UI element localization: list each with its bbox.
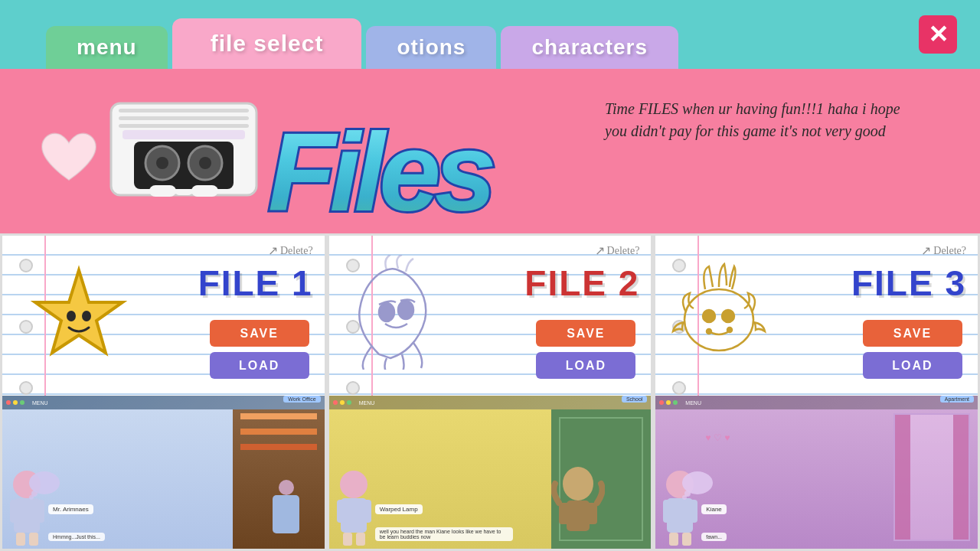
thought-bubble-3 <box>678 469 717 503</box>
thumbnail-3[interactable]: MENU Apartment ♥ ♡ ♥ <box>655 396 978 549</box>
svg-rect-18 <box>10 500 19 523</box>
tab-options[interactable]: otions <box>366 26 496 69</box>
svg-rect-34 <box>362 500 371 523</box>
thumb-dots-3 <box>659 400 678 405</box>
delete-arrow-1: ↗ <box>268 243 278 258</box>
thumb-dots-2 <box>333 400 351 405</box>
save-button-2[interactable]: SAVE <box>536 320 635 347</box>
file-3-title: FILE 3 <box>851 262 966 304</box>
main-content: Files Time FILES when ur having fun!!!1 … <box>0 69 980 551</box>
dot-red <box>6 400 11 405</box>
svg-rect-47 <box>682 533 691 546</box>
char-figure-1 <box>271 480 302 541</box>
warped-lamp-char <box>551 465 605 541</box>
thumbnail-1[interactable]: MENU Work Office <box>2 396 325 549</box>
character-sun <box>667 255 770 369</box>
svg-point-50 <box>682 495 687 500</box>
load-button-3[interactable]: LOAD <box>863 352 962 379</box>
save-button-3[interactable]: SAVE <box>863 320 962 347</box>
svg-point-15 <box>82 311 91 321</box>
svg-rect-19 <box>35 500 44 523</box>
svg-rect-1 <box>119 109 249 112</box>
thumb-dialogue-2: well you heard the man Kiane looks like … <box>375 527 513 541</box>
svg-point-25 <box>379 303 394 321</box>
svg-point-39 <box>722 310 734 322</box>
svg-rect-12 <box>122 130 245 139</box>
delete-button-2[interactable]: ↗ Delete? <box>595 243 640 258</box>
load-button-2[interactable]: LOAD <box>536 352 635 379</box>
svg-rect-10 <box>191 185 218 197</box>
thumb-name-1: Mr. Arimnaes <box>48 504 93 514</box>
thought-bubble-1 <box>25 469 64 503</box>
svg-point-6 <box>156 157 168 169</box>
thumb-dialogue-3: fawn... <box>701 533 727 541</box>
svg-point-8 <box>199 157 211 169</box>
cassette-tape <box>107 99 260 206</box>
svg-point-38 <box>703 310 715 322</box>
thumb-dialogue-1: Hmmng...Just this... <box>48 533 105 541</box>
svg-rect-46 <box>669 533 678 546</box>
svg-point-24 <box>29 495 34 500</box>
svg-rect-35 <box>343 533 352 546</box>
svg-point-27 <box>563 467 593 500</box>
delete-arrow-2: ↗ <box>595 243 605 258</box>
svg-rect-30 <box>586 503 597 524</box>
file-1-title: FILE 1 <box>198 262 313 304</box>
heart-decoration <box>38 130 100 191</box>
svg-rect-2 <box>119 116 249 120</box>
files-area: ↗ Delete? FILE 1 <box>0 233 980 551</box>
tab-file-select[interactable]: file select <box>172 18 362 69</box>
thumb-name-3: Kiane <box>701 504 726 514</box>
svg-rect-3 <box>119 124 249 128</box>
dot-green <box>20 400 24 405</box>
thumb-name-2: Warped Lamp <box>375 504 423 514</box>
close-button[interactable]: ✕ <box>919 15 957 54</box>
svg-rect-36 <box>356 533 365 546</box>
svg-point-40 <box>707 329 711 334</box>
character-ghost <box>341 255 448 373</box>
svg-rect-20 <box>16 533 25 546</box>
character-star <box>21 262 136 380</box>
svg-point-41 <box>727 328 732 332</box>
svg-rect-44 <box>663 500 672 523</box>
file-2-title: FILE 2 <box>524 262 639 304</box>
nav-bar: menu file select otions characters ✕ <box>0 0 980 69</box>
file-card-3: ↗ Delete? <box>653 233 980 551</box>
svg-rect-9 <box>149 185 176 197</box>
svg-point-37 <box>684 289 753 350</box>
delete-button-3[interactable]: ↗ Delete? <box>921 243 966 258</box>
delete-arrow-3: ↗ <box>921 243 931 258</box>
dot-yellow <box>13 400 18 405</box>
load-button-1[interactable]: LOAD <box>210 352 309 379</box>
file-card-2: ↗ Delete? <box>327 233 654 551</box>
file-card-1: ↗ Delete? FILE 1 <box>0 233 327 551</box>
tab-characters[interactable]: characters <box>501 26 678 69</box>
svg-rect-29 <box>559 503 570 524</box>
svg-rect-11 <box>176 189 191 195</box>
save-button-1[interactable]: SAVE <box>210 320 309 347</box>
svg-point-14 <box>67 311 76 321</box>
svg-point-31 <box>340 471 368 498</box>
svg-point-26 <box>398 301 413 319</box>
thumbnail-2[interactable]: MENU School <box>329 396 652 549</box>
thumb-dots-1 <box>6 400 24 405</box>
mini-char-2 <box>333 469 375 549</box>
page-title: Files <box>260 103 628 229</box>
delete-button-1[interactable]: ↗ Delete? <box>268 243 313 258</box>
svg-text:Files: Files <box>268 110 493 226</box>
header-area: Files Time FILES when ur having fun!!!1 … <box>23 84 957 237</box>
tab-menu[interactable]: menu <box>46 26 168 69</box>
tagline: Time FILES when ur having fun!!!1 haha i… <box>605 98 903 142</box>
svg-rect-45 <box>688 500 697 523</box>
svg-rect-33 <box>337 500 346 523</box>
svg-rect-21 <box>29 533 38 546</box>
